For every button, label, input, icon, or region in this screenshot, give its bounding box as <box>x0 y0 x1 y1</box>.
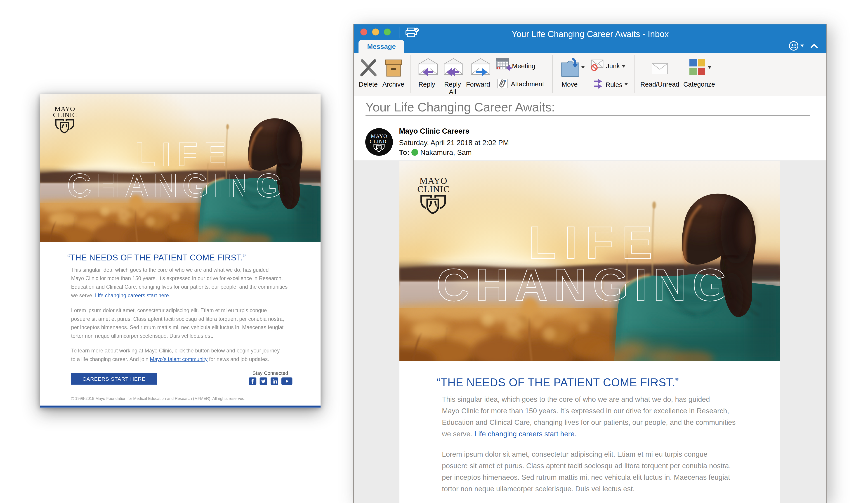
svg-text:CLINIC: CLINIC <box>53 111 77 119</box>
svg-text:CLINIC: CLINIC <box>417 184 450 194</box>
svg-text:CLINIC: CLINIC <box>370 138 389 144</box>
